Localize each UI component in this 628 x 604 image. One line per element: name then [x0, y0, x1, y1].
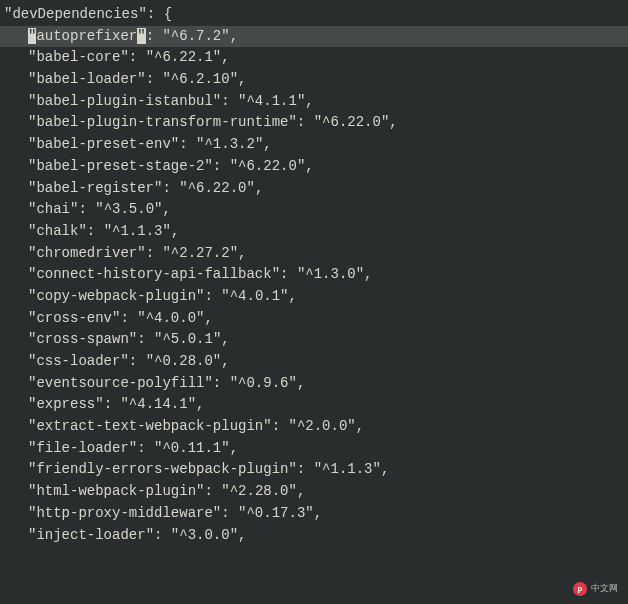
dep-entry: "babel-register": "^6.22.0",: [0, 178, 628, 200]
code-block: "devDependencies": {"autoprefixer": "^6.…: [0, 4, 628, 546]
watermark-icon: p: [573, 582, 587, 596]
dep-entry: "babel-core": "^6.22.1",: [0, 47, 628, 69]
dep-entry: "autoprefixer": "^6.7.2",: [0, 26, 628, 48]
dep-entry: "connect-history-api-fallback": "^1.3.0"…: [0, 264, 628, 286]
dep-entry: "eventsource-polyfill": "^0.9.6",: [0, 373, 628, 395]
dep-entry: "css-loader": "^0.28.0",: [0, 351, 628, 373]
section-open: "devDependencies": {: [0, 4, 628, 26]
dep-entry: "copy-webpack-plugin": "^4.0.1",: [0, 286, 628, 308]
dep-entry: "cross-spawn": "^5.0.1",: [0, 329, 628, 351]
dep-entry: "cross-env": "^4.0.0",: [0, 308, 628, 330]
dep-entry: "html-webpack-plugin": "^2.28.0",: [0, 481, 628, 503]
watermark: p 中文网: [569, 580, 622, 598]
dep-entry: "babel-preset-stage-2": "^6.22.0",: [0, 156, 628, 178]
dep-entry: "inject-loader": "^3.0.0",: [0, 525, 628, 547]
dep-entry: "http-proxy-middleware": "^0.17.3",: [0, 503, 628, 525]
dep-entry: "file-loader": "^0.11.1",: [0, 438, 628, 460]
dep-entry: "babel-loader": "^6.2.10",: [0, 69, 628, 91]
dep-entry: "express": "^4.14.1",: [0, 394, 628, 416]
dep-entry: "chromedriver": "^2.27.2",: [0, 243, 628, 265]
dep-entry: "extract-text-webpack-plugin": "^2.0.0",: [0, 416, 628, 438]
dep-entry: "chai": "^3.5.0",: [0, 199, 628, 221]
dep-entry: "babel-plugin-istanbul": "^4.1.1",: [0, 91, 628, 113]
dep-entry: "friendly-errors-webpack-plugin": "^1.1.…: [0, 459, 628, 481]
dep-entry: "babel-preset-env": "^1.3.2",: [0, 134, 628, 156]
watermark-text: 中文网: [591, 582, 618, 596]
dep-entry: "babel-plugin-transform-runtime": "^6.22…: [0, 112, 628, 134]
dep-entry: "chalk": "^1.1.3",: [0, 221, 628, 243]
